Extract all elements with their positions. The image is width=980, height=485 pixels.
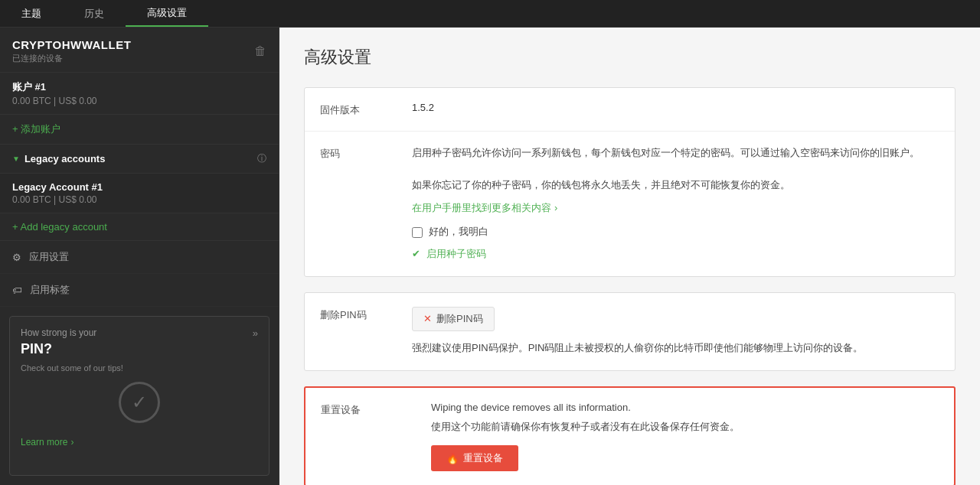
legacy-account-balance-1: 0.00 BTC | US$ 0.00 xyxy=(12,194,266,205)
reset-device-button[interactable]: 🔥 重置设备 xyxy=(431,445,518,471)
sidebar-item-app-settings[interactable]: ⚙ 应用设置 xyxy=(0,241,279,274)
labels-label: 启用标签 xyxy=(30,283,70,297)
legacy-section-header[interactable]: ▼ Legacy accounts ⓘ xyxy=(0,145,279,174)
pin-description-text: 强烈建议使用PIN码保护。PIN码阻止未被授权的人偷窃你的比特币即使他们能够物理… xyxy=(412,340,939,356)
password-row: 密码 启用种子密码允许你访问一系列新钱包，每个新钱包对应一个特定的密码。可以通过… xyxy=(305,132,955,276)
link-arrow-icon: › xyxy=(554,200,557,216)
legacy-account-item-1[interactable]: Legacy Account #1 0.00 BTC | US$ 0.00 xyxy=(0,174,279,213)
add-account-button[interactable]: + 添加账户 xyxy=(0,115,279,145)
settings-card-main: 固件版本 1.5.2 密码 启用种子密码允许你访问一系列新钱包，每个新钱包对应一… xyxy=(304,87,956,277)
main-area: CRYPTOHWWALLET 已连接的设备 🗑 账户 #1 0.00 BTC |… xyxy=(0,28,980,485)
account-item-1[interactable]: 账户 #1 0.00 BTC | US$ 0.00 xyxy=(0,73,279,115)
device-subtitle: 已连接的设备 xyxy=(12,53,131,64)
learn-more-link[interactable]: Learn more › xyxy=(21,437,74,448)
promo-arrow-icon[interactable]: » xyxy=(253,327,258,339)
firmware-label: 固件版本 xyxy=(320,102,412,117)
right-content: 高级设置 固件版本 1.5.2 密码 启用种子密码允许你访问一系列新钱包，每个新… xyxy=(279,28,980,485)
delete-device-icon[interactable]: 🗑 xyxy=(254,44,266,58)
pin-promo-card: How strong is your PIN? » Check out some… xyxy=(9,316,270,476)
account-name-1: 账户 #1 xyxy=(12,80,266,94)
promo-title: How strong is your xyxy=(21,327,96,338)
reset-label: 重置设备 xyxy=(321,402,413,417)
learn-more-label: Learn more xyxy=(21,437,67,448)
nav-item-theme[interactable]: 主题 xyxy=(0,0,63,27)
legacy-info-icon[interactable]: ⓘ xyxy=(257,152,266,165)
understand-checkbox-row: 好的，我明白 xyxy=(412,224,939,240)
reset-btn-label: 重置设备 xyxy=(463,451,503,465)
delete-pin-btn-label: 删除PIN码 xyxy=(436,312,483,326)
password-desc-2: 如果你忘记了你的种子密码，你的钱包将永久地丢失，并且绝对不可能恢复你的资金。 xyxy=(412,177,939,194)
device-info: CRYPTOHWWALLET 已连接的设备 xyxy=(12,38,131,64)
password-manual-link[interactable]: 在用户手册里找到更多相关内容 › xyxy=(412,200,557,216)
device-name: CRYPTOHWWALLET xyxy=(12,38,131,51)
pin-card: 删除PIN码 ✕ 删除PIN码 强烈建议使用PIN码保护。PIN码阻止未被授权的… xyxy=(304,292,956,371)
reset-desc-en: Wiping the device removes all its inform… xyxy=(431,402,939,413)
legacy-account-name-1: Legacy Account #1 xyxy=(12,181,266,193)
pin-description: ✕ 删除PIN码 强烈建议使用PIN码保护。PIN码阻止未被授权的人偷窃你的比特… xyxy=(412,307,939,356)
pin-label: 删除PIN码 xyxy=(320,307,412,322)
top-nav: 主题 历史 高级设置 xyxy=(0,0,980,28)
enable-passphrase-row: ✔ 启用种子密码 xyxy=(412,246,939,262)
reset-section: 重置设备 Wiping the device removes all its i… xyxy=(304,386,956,485)
promo-subtitle: Check out some of our tips! xyxy=(21,363,258,373)
account-balance-1: 0.00 BTC | US$ 0.00 xyxy=(12,96,266,106)
reset-desc-cn: 使用这个功能前请确保你有恢复种子或者没有在此设备保存任何资金。 xyxy=(431,419,939,435)
password-label: 密码 xyxy=(320,145,412,161)
understand-label: 好的，我明白 xyxy=(429,224,488,240)
legacy-label: Legacy accounts xyxy=(24,153,106,164)
add-legacy-button[interactable]: + Add legacy account xyxy=(0,213,279,241)
firmware-row: 固件版本 1.5.2 xyxy=(305,88,955,132)
firmware-value: 1.5.2 xyxy=(412,102,939,113)
app-settings-label: 应用设置 xyxy=(29,250,69,264)
nav-item-advanced[interactable]: 高级设置 xyxy=(126,0,208,27)
password-description: 启用种子密码允许你访问一系列新钱包，每个新钱包对应一个特定的密码。可以通过输入空… xyxy=(412,145,939,262)
label-icon: 🏷 xyxy=(12,285,22,296)
understand-checkbox[interactable] xyxy=(412,227,423,238)
enable-passphrase-label: 启用种子密码 xyxy=(426,246,486,262)
delete-pin-button[interactable]: ✕ 删除PIN码 xyxy=(412,307,495,331)
nav-item-history[interactable]: 历史 xyxy=(63,0,126,27)
password-desc-1: 启用种子密码允许你访问一系列新钱包，每个新钱包对应一个特定的密码。可以通过输入空… xyxy=(412,145,939,161)
promo-pin: PIN? xyxy=(21,341,96,357)
promo-check-icon: ✓ xyxy=(119,382,160,423)
sidebar-header: CRYPTOHWWALLET 已连接的设备 🗑 xyxy=(0,28,279,73)
reset-content: Wiping the device removes all its inform… xyxy=(431,402,939,472)
link-text: 在用户手册里找到更多相关内容 xyxy=(412,200,551,216)
sidebar-item-labels[interactable]: 🏷 启用标签 xyxy=(0,274,279,307)
reset-btn-icon: 🔥 xyxy=(446,453,459,464)
sidebar: CRYPTOHWWALLET 已连接的设备 🗑 账户 #1 0.00 BTC |… xyxy=(0,28,279,485)
settings-icon: ⚙ xyxy=(12,252,21,263)
legacy-arrow-icon: ▼ xyxy=(12,155,20,163)
delete-pin-x-icon: ✕ xyxy=(423,313,432,324)
pin-row: 删除PIN码 ✕ 删除PIN码 强烈建议使用PIN码保护。PIN码阻止未被授权的… xyxy=(305,293,955,370)
learn-more-arrow-icon: › xyxy=(70,437,74,448)
checkmark-icon: ✔ xyxy=(412,246,420,262)
page-title: 高级设置 xyxy=(304,46,956,69)
